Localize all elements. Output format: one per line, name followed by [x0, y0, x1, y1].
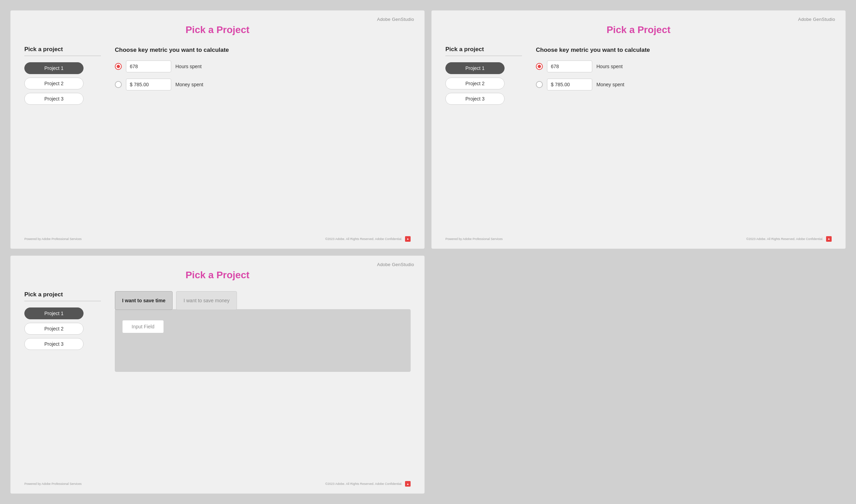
- project-btn-1-1[interactable]: Project 1: [24, 62, 84, 74]
- right-section-1: Choose key metric you want to calculate …: [115, 46, 411, 233]
- footer-left-2: Powered by Adobe Professional Services: [445, 237, 503, 241]
- brand-label-2: Adobe GenStudio: [798, 17, 835, 22]
- hours-input-1[interactable]: [126, 61, 171, 72]
- panel-3: Adobe GenStudio Pick a Project Pick a pr…: [10, 256, 425, 494]
- money-input-1[interactable]: [126, 79, 171, 90]
- project-btn-1-3[interactable]: Project 3: [24, 93, 84, 105]
- footer-2: Powered by Adobe Professional Services ©…: [445, 233, 832, 242]
- footer-left-1: Powered by Adobe Professional Services: [24, 237, 82, 241]
- money-label-2: Money spent: [596, 82, 624, 87]
- panel-content-3: Pick a project Project 1 Project 2 Proje…: [24, 291, 411, 478]
- metric-row-1-1: Hours spent: [115, 61, 411, 72]
- panel-content-1: Pick a project Project 1 Project 2 Proje…: [24, 46, 411, 233]
- pick-project-heading-2: Pick a project: [445, 46, 522, 53]
- divider-1: [24, 56, 101, 56]
- metric-heading-2: Choose key metric you want to calculate: [536, 46, 832, 54]
- footer-copyright-3: ©2023 Adobe. All Rights Reserved. Adobe …: [325, 482, 402, 486]
- metric-row-1-2: Money spent: [115, 79, 411, 90]
- footer-right-2: ©2023 Adobe. All Rights Reserved. Adobe …: [746, 236, 832, 242]
- left-section-3: Pick a project Project 1 Project 2 Proje…: [24, 291, 101, 478]
- footer-copyright-1: ©2023 Adobe. All Rights Reserved. Adobe …: [325, 237, 402, 241]
- metric-row-2-2: Money spent: [536, 79, 832, 90]
- hours-label-1: Hours spent: [175, 64, 201, 69]
- panel-1: Adobe GenStudio Pick a Project Pick a pr…: [10, 10, 425, 249]
- adobe-logo-2: ▲: [826, 236, 832, 242]
- right-section-2: Choose key metric you want to calculate …: [536, 46, 832, 233]
- hours-input-2[interactable]: [547, 61, 592, 72]
- pick-project-heading-3: Pick a project: [24, 291, 101, 298]
- brand-label-3: Adobe GenStudio: [377, 262, 414, 267]
- right-section-3: I want to save time I want to save money…: [115, 291, 411, 478]
- metric-heading-1: Choose key metric you want to calculate: [115, 46, 411, 54]
- footer-right-3: ©2023 Adobe. All Rights Reserved. Adobe …: [325, 481, 411, 487]
- adobe-logo-3: ▲: [405, 481, 411, 487]
- project-btn-2-2[interactable]: Project 2: [445, 78, 505, 89]
- divider-3: [24, 301, 101, 301]
- money-label-1: Money spent: [175, 82, 203, 87]
- card-tabs-3: I want to save time I want to save money: [115, 291, 411, 310]
- panel-2: Adobe GenStudio Pick a Project Pick a pr…: [431, 10, 846, 249]
- panel-title-1: Pick a Project: [24, 24, 411, 35]
- panel-title-3: Pick a Project: [24, 270, 411, 281]
- panel-title-2: Pick a Project: [445, 24, 832, 35]
- hours-label-2: Hours spent: [596, 64, 623, 69]
- project-btn-3-3[interactable]: Project 3: [24, 338, 84, 350]
- pick-project-heading-1: Pick a project: [24, 46, 101, 53]
- left-section-1: Pick a project Project 1 Project 2 Proje…: [24, 46, 101, 233]
- project-btn-3-1[interactable]: Project 1: [24, 307, 84, 319]
- project-btn-2-1[interactable]: Project 1: [445, 62, 505, 74]
- radio-money-1[interactable]: [115, 81, 122, 88]
- brand-label-1: Adobe GenStudio: [377, 17, 414, 22]
- radio-money-2[interactable]: [536, 81, 543, 88]
- project-btn-1-2[interactable]: Project 2: [24, 78, 84, 89]
- left-section-2: Pick a project Project 1 Project 2 Proje…: [445, 46, 522, 233]
- divider-2: [445, 56, 522, 56]
- panel-content-2: Pick a project Project 1 Project 2 Proje…: [445, 46, 832, 233]
- tab-save-money[interactable]: I want to save money: [176, 291, 237, 310]
- adobe-logo-1: ▲: [405, 236, 411, 242]
- footer-copyright-2: ©2023 Adobe. All Rights Reserved. Adobe …: [746, 237, 823, 241]
- radio-hours-2[interactable]: [536, 63, 543, 70]
- footer-3: Powered by Adobe Professional Services ©…: [24, 478, 411, 487]
- project-btn-2-3[interactable]: Project 3: [445, 93, 505, 105]
- input-field-3[interactable]: Input Field: [122, 320, 164, 333]
- footer-right-1: ©2023 Adobe. All Rights Reserved. Adobe …: [325, 236, 411, 242]
- money-input-2[interactable]: [547, 79, 592, 90]
- project-btn-3-2[interactable]: Project 2: [24, 323, 84, 335]
- footer-1: Powered by Adobe Professional Services ©…: [24, 233, 411, 242]
- radio-hours-1[interactable]: [115, 63, 122, 70]
- footer-left-3: Powered by Adobe Professional Services: [24, 482, 82, 486]
- metric-row-2-1: Hours spent: [536, 61, 832, 72]
- card-content-area-3: Input Field: [115, 309, 411, 372]
- tab-save-time[interactable]: I want to save time: [115, 291, 173, 310]
